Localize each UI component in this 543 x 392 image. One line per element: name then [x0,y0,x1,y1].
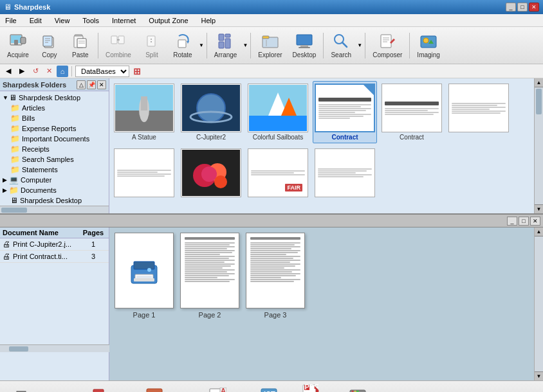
search-dropdown-arrow[interactable]: ▼ [357,42,362,48]
home-button[interactable]: ⌂ [57,66,68,77]
bottom-panel-maximize[interactable]: □ [519,217,529,226]
forward-button[interactable]: ▶ [16,66,28,77]
file-item-contract-selected[interactable]: Contract [313,81,377,143]
desktop-button[interactable]: Desktop [288,29,321,62]
doc-list-hscroll[interactable] [0,344,109,352]
sidebar-item-label: Documents [21,186,57,194]
email-action-icon [50,388,68,392]
folder-icon: 📁 [10,103,20,112]
hscroll-thumb[interactable] [9,346,28,352]
close-button[interactable]: ✕ [529,3,539,12]
menu-edit[interactable]: Edit [27,16,44,25]
folder-icon: 📁 [10,124,20,133]
doc-list-item[interactable]: 🖨 Print C-Jupiter2.j... 1 [0,238,109,251]
vscroll-thumb[interactable] [536,89,542,114]
combine-button[interactable]: Combine [101,29,136,62]
convert-by-ocr-icon: A [208,388,226,392]
page-item-3[interactable]: Page 3 [246,233,305,319]
convert-text-pdf-button[interactable]: PDF Convert toText PDF [290,383,331,393]
sidebar-item-receipts[interactable]: 📁 Receipts [1,144,107,154]
sidebar-item-documents[interactable]: ▶ 📁 Documents [1,185,107,195]
doc-list-scroll[interactable]: 🖨 Print C-Jupiter2.j... 1 🖨 Print Contra… [0,238,109,263]
sidebar-item-sharpdesk-desktop2[interactable]: 🖥 Sharpdesk Desktop [1,195,107,206]
menu-output-zone[interactable]: Output Zone [146,16,190,25]
paste-button[interactable]: Paste [66,29,95,62]
menu-internet[interactable]: Internet [109,16,138,25]
svg-point-37 [423,38,428,43]
hscroll-thumb[interactable] [1,208,27,213]
file-item-cjupiter2[interactable]: C-Jupiter2 [179,81,243,143]
menu-file[interactable]: File [3,16,19,25]
minimize-button[interactable]: _ [506,3,516,12]
split-button[interactable]: Split [137,29,167,62]
stop-button[interactable]: ✕ [43,66,55,77]
sidebar-item-expense-reports[interactable]: 📁 Expense Reports [1,123,107,134]
sidebar-item-label: Important Documents [22,135,89,143]
file-item-flowers[interactable] [179,146,243,201]
page-item-1[interactable]: Page 1 [115,233,174,319]
main-toolbar: Acquire Copy Paste Combine Split Rotate … [0,27,543,64]
bottom-panel: _ □ ✕ Document Name Pages 🖨 Print C-Jupi… [0,213,543,380]
sidebar-item-search-samples[interactable]: 📁 Search Samples [1,154,107,165]
sidebar-close-button[interactable]: ✕ [97,80,106,89]
refresh-button[interactable]: ↺ [30,66,41,77]
file-item-a-statue[interactable]: A Statue [112,81,176,143]
page-item-2[interactable]: Page 2 [180,233,239,319]
svg-rect-29 [299,47,310,48]
svg-line-31 [342,42,347,47]
enhance-image-button[interactable]: Enhance Image [126,383,183,393]
sidebar-hscroll[interactable] [0,206,109,213]
rotate-dropdown-arrow[interactable]: ▼ [199,42,204,48]
search-button[interactable]: Search [326,29,356,62]
acquire-button[interactable]: Acquire [3,29,33,62]
copy-button[interactable]: Copy [35,29,64,62]
file-item-receipt[interactable]: FAIR [246,146,310,201]
doc-list-item[interactable]: 🖨 Print Contract.ti... 3 [0,251,109,263]
sidebar-pin-button[interactable]: 📌 [87,80,96,89]
composer-action-button[interactable]: Composer [80,383,121,393]
sidebar-collapse-button[interactable]: △ [77,80,86,89]
menu-tools[interactable]: Tools [80,16,102,25]
print-action-button[interactable]: Print [5,383,37,393]
maximize-button[interactable]: □ [517,3,528,12]
file-item-contract2[interactable]: Contract [380,81,444,143]
sidebar-item-sharpdesk-desktop[interactable]: ▼ 🖥 Sharpdesk Desktop [1,93,107,103]
application-button[interactable]: Application [336,383,380,393]
email-action-button[interactable]: eMail [42,383,75,393]
svg-rect-27 [297,35,312,45]
arrange-button[interactable]: Arrange [210,29,242,62]
menu-help[interactable]: Help [199,16,219,25]
databases-dropdown[interactable]: DataBases [75,66,129,77]
doc-list-header: Document Name Pages [0,227,109,238]
rotate-button[interactable]: Rotate [168,29,198,62]
folder-icon: 📁 [10,155,20,164]
menu-view[interactable]: View [52,16,73,25]
split-label: Split [145,51,158,58]
svg-rect-20 [219,34,224,40]
explorer-button[interactable]: Explorer [253,29,286,62]
imaging-button[interactable]: Imaging [412,29,445,62]
file-item-doc1[interactable] [446,81,511,143]
combine-label: Combine [106,51,131,58]
svg-rect-41 [141,96,147,111]
sidebar-item-computer[interactable]: ▶ 💻 Computer [1,175,107,185]
file-thumbnail [315,148,375,197]
bottom-panel-close[interactable]: ✕ [530,217,540,226]
bottom-panel-minimize[interactable]: _ [507,217,517,226]
file-item-colorful-sailboats[interactable]: Colorful Sailboats [246,81,310,143]
file-item-doc2[interactable] [112,146,176,201]
sidebar-item-bills[interactable]: 📁 Bills [1,113,107,123]
sidebar-item-statements[interactable]: 📁 Statements [1,165,107,175]
ict-button[interactable]: ICT ICT [253,383,285,393]
sidebar-item-important-documents[interactable]: 📁 Important Documents [1,134,107,144]
toolbar-separator-3 [250,33,251,58]
bottom-panel-vscroll[interactable]: ▲ ▼ [534,227,543,380]
convert-by-ocr-button[interactable]: A Convert By OCR [188,383,247,393]
composer-button[interactable]: Composer [368,29,407,62]
file-grid-vscroll[interactable]: ▲ ▼ [534,78,543,213]
sidebar-item-articles[interactable]: 📁 Articles [1,103,107,113]
tb2-action-button[interactable]: ⊞ [131,66,143,77]
file-item-doc3[interactable] [313,146,377,201]
back-button[interactable]: ◀ [3,66,14,77]
arrange-dropdown-arrow[interactable]: ▼ [243,42,248,48]
